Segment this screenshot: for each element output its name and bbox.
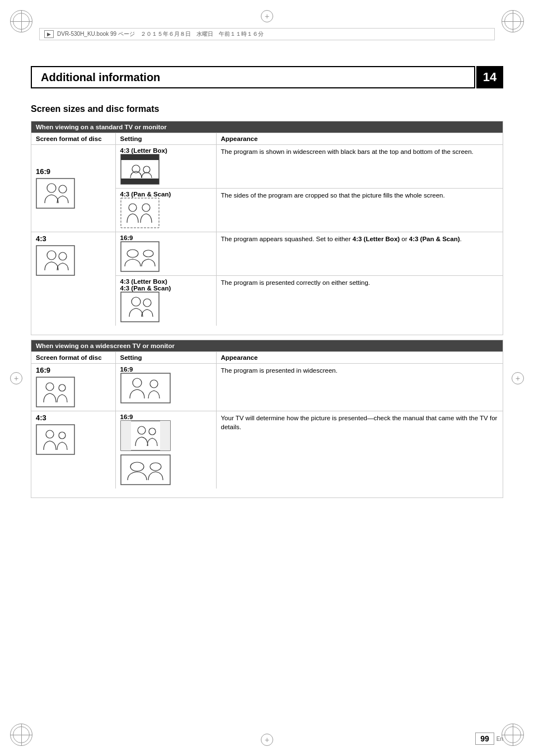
svg-rect-4 bbox=[121, 154, 159, 160]
svg-rect-23 bbox=[121, 373, 170, 403]
svg-rect-20 bbox=[36, 377, 74, 407]
ws-col-header-setting: Setting bbox=[115, 352, 216, 364]
metadata-text: DVR-530H_KU.book 99 ページ ２０１５年６月８日 水曜日 午前… bbox=[57, 30, 264, 38]
page-lang: En bbox=[496, 736, 503, 742]
setting-169-squashed: 16:9 bbox=[115, 232, 216, 276]
standard-tv-table: When viewing on a standard TV or monitor… bbox=[31, 121, 503, 326]
appearance-correct: The program is presented correctly on ei… bbox=[216, 276, 503, 326]
tv-illustration-correct bbox=[120, 292, 160, 322]
page-container: ▶ DVR-530H_KU.book 99 ページ ２０１５年６月８日 水曜日 … bbox=[0, 0, 534, 756]
page-subtitle: Screen sizes and disc formats bbox=[31, 104, 503, 114]
col-header-disc: Screen format of disc bbox=[31, 133, 115, 145]
metadata-bar: ▶ DVR-530H_KU.book 99 ページ ２０１５年６月８日 水曜日 … bbox=[39, 28, 495, 40]
ws-appearance-169: The program is presented in widescreen. bbox=[216, 364, 503, 411]
ws-col-header-appearance: Appearance bbox=[216, 352, 503, 364]
svg-rect-34 bbox=[121, 455, 170, 485]
table-row: 16:9 4:3 (Letter Box bbox=[31, 145, 503, 189]
setting-43-correct: 4:3 (Letter Box) 4:3 (Pan & Scan) bbox=[115, 276, 216, 326]
svg-rect-0 bbox=[36, 179, 74, 208]
ws-tv-disc-43 bbox=[36, 424, 75, 455]
tv-illustration-panscan bbox=[120, 198, 160, 228]
tv-illustration-squashed bbox=[120, 241, 160, 272]
ws-setting-label-43: 16:9 bbox=[120, 414, 133, 420]
tv-illustration-169-disc bbox=[36, 178, 75, 209]
ws-col-header-disc: Screen format of disc bbox=[31, 352, 115, 364]
standard-tv-table-container: When viewing on a standard TV or monitor… bbox=[31, 121, 503, 335]
mid-decoration-right bbox=[512, 372, 524, 384]
svg-rect-5 bbox=[121, 179, 159, 184]
ws-disc-label-169: 16:9 bbox=[36, 366, 111, 374]
ws-tv-illustration-43-top bbox=[120, 420, 171, 451]
svg-rect-17 bbox=[121, 292, 159, 322]
table-row: 4:3 16:9 bbox=[31, 232, 503, 276]
svg-rect-11 bbox=[36, 246, 74, 275]
ws-tv-illustration-43-bottom bbox=[120, 454, 171, 485]
disc-format-169: 16:9 bbox=[31, 145, 115, 232]
ws-tv-disc-169 bbox=[36, 377, 75, 407]
ws-setting-43: 16:9 bbox=[115, 411, 216, 489]
widescreen-tv-table-container: When viewing on a widescreen TV or monit… bbox=[31, 340, 503, 498]
chapter-badge: 14 bbox=[476, 66, 503, 88]
chapter-number: 14 bbox=[483, 70, 496, 84]
setting-label-panscan: 4:3 (Pan & Scan) bbox=[120, 191, 171, 198]
page-number: 99 bbox=[475, 732, 494, 745]
widescreen-col-header-row: Screen format of disc Setting Appearance bbox=[31, 352, 503, 364]
corner-decoration-bl bbox=[10, 724, 32, 746]
ws-disc-169: 16:9 bbox=[31, 364, 115, 411]
tv-illustration-43-disc bbox=[36, 245, 75, 276]
setting-label-43lb: 4:3 (Letter Box) bbox=[120, 278, 167, 285]
setting-label-43ps: 4:3 (Pan & Scan) bbox=[120, 285, 171, 292]
setting-panscan: 4:3 (Pan & Scan) bbox=[115, 189, 216, 232]
table-row: 16:9 16:9 bbox=[31, 364, 503, 411]
corner-decoration-tr bbox=[502, 10, 524, 32]
tv-illustration-letterbox bbox=[120, 154, 160, 185]
appearance-panscan: The sides of the program are cropped so … bbox=[216, 189, 503, 232]
disc-format-43: 4:3 bbox=[31, 232, 115, 326]
page-number-area: 99 En bbox=[475, 732, 503, 745]
setting-label-letterbox: 4:3 (Letter Box) bbox=[120, 147, 167, 154]
disc-label-43: 4:3 bbox=[36, 234, 111, 243]
mid-decoration-top bbox=[261, 10, 273, 22]
metadata-arrow-box: ▶ bbox=[44, 30, 54, 38]
corner-decoration-tl bbox=[10, 10, 32, 32]
main-content: Screen sizes and disc formats When viewi… bbox=[31, 95, 503, 722]
appearance-squashed: The program appears squashed. Set to eit… bbox=[216, 232, 503, 276]
ws-appearance-43: Your TV will determine how the picture i… bbox=[216, 411, 503, 489]
section-header: Additional information bbox=[31, 66, 475, 88]
widescreen-header-row: When viewing on a widescreen TV or monit… bbox=[31, 340, 503, 352]
svg-rect-31 bbox=[160, 421, 170, 450]
widescreen-tv-table: When viewing on a widescreen TV or monit… bbox=[31, 340, 503, 489]
ws-tv-illustration-wide bbox=[120, 373, 171, 403]
standard-header-row: When viewing on a standard TV or monitor bbox=[31, 121, 503, 133]
standard-header-cell: When viewing on a standard TV or monitor bbox=[31, 121, 503, 133]
ws-setting-169: 16:9 bbox=[115, 364, 216, 411]
mid-decoration-left bbox=[10, 372, 22, 384]
mid-decoration-bottom bbox=[261, 734, 273, 746]
panscan-tv-wrapper bbox=[120, 198, 160, 229]
svg-rect-26 bbox=[36, 425, 74, 454]
svg-rect-30 bbox=[121, 421, 131, 450]
svg-rect-8 bbox=[121, 198, 159, 228]
disc-label-169: 16:9 bbox=[36, 167, 111, 176]
setting-label-169: 16:9 bbox=[120, 234, 133, 241]
svg-rect-14 bbox=[121, 242, 159, 271]
section-header-title: Additional information bbox=[41, 71, 160, 84]
table-row: 4:3 16:9 bbox=[31, 411, 503, 489]
corner-decoration-br bbox=[502, 724, 524, 746]
appearance-letterbox: The program is shown in widescreen with … bbox=[216, 145, 503, 189]
widescreen-header-cell: When viewing on a widescreen TV or monit… bbox=[31, 340, 503, 352]
ws-setting-label-169: 16:9 bbox=[120, 366, 133, 373]
ws-disc-label-43: 4:3 bbox=[36, 414, 111, 422]
col-header-appearance: Appearance bbox=[216, 133, 503, 145]
standard-col-header-row: Screen format of disc Setting Appearance bbox=[31, 133, 503, 145]
col-header-setting: Setting bbox=[115, 133, 216, 145]
ws-disc-43: 4:3 bbox=[31, 411, 115, 489]
setting-letterbox: 4:3 (Letter Box) bbox=[115, 145, 216, 189]
